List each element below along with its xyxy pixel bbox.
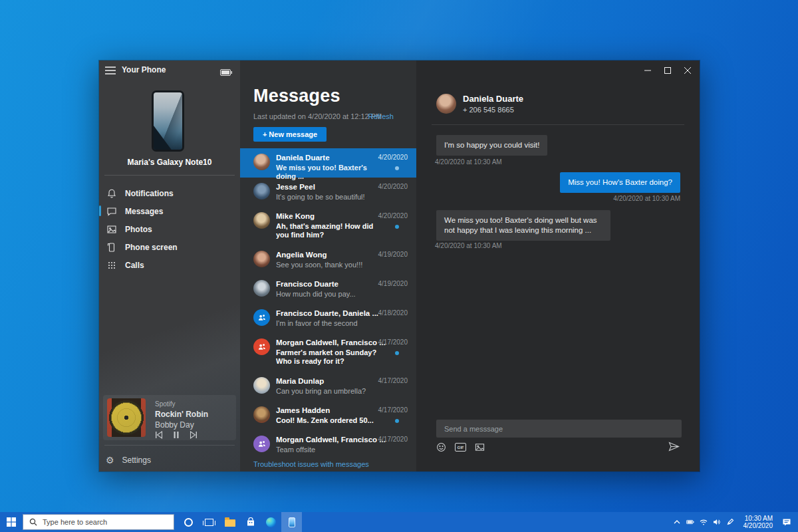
dialpad-icon bbox=[106, 260, 117, 271]
device-name: Maria's Galaxy Note10 bbox=[99, 158, 240, 167]
thread-contact-phone: + 206 545 8665 bbox=[463, 106, 514, 114]
player-track-title: Rockin' Robin bbox=[155, 410, 208, 419]
your-phone-taskbar-button[interactable] bbox=[281, 512, 302, 532]
hamburger-menu-icon[interactable] bbox=[105, 66, 116, 75]
edge-icon bbox=[266, 517, 276, 527]
folder-icon bbox=[225, 519, 235, 527]
conversation-item-mike-kong[interactable]: Mike Kong Ah, that's amazing! How did yo… bbox=[240, 207, 416, 245]
thread-contact-avatar bbox=[436, 94, 456, 114]
tray-chevron-icon[interactable] bbox=[670, 512, 684, 532]
conversation-date: 4/17/2020 bbox=[378, 338, 408, 346]
microsoft-store-button[interactable] bbox=[240, 512, 261, 532]
message-input[interactable] bbox=[436, 420, 682, 438]
conversation-date: 4/17/2020 bbox=[378, 406, 408, 414]
new-message-button[interactable]: + New message bbox=[253, 127, 327, 142]
tray-pen-icon[interactable] bbox=[724, 512, 737, 532]
unread-dot bbox=[395, 225, 399, 229]
close-button[interactable] bbox=[678, 63, 698, 78]
sidebar-item-photos[interactable]: Photos bbox=[99, 220, 240, 238]
last-updated-text: Last updated on 4/20/2020 at 12:12 PM bbox=[253, 112, 382, 120]
your-phone-window: Your Phone Maria's Galaxy Note10 Notific… bbox=[98, 60, 700, 472]
sidebar-item-messages[interactable]: Messages bbox=[99, 202, 240, 220]
edge-browser-button[interactable] bbox=[261, 512, 281, 532]
contact-avatar bbox=[253, 212, 270, 229]
gif-icon[interactable]: GIF bbox=[455, 443, 466, 452]
phone-wallpaper bbox=[154, 92, 182, 150]
clock-date: 4/20/2020 bbox=[737, 522, 773, 529]
search-icon bbox=[29, 518, 37, 526]
sidebar-item-label: Photos bbox=[125, 225, 152, 234]
conversation-preview: Can you bring an umbrella? bbox=[276, 387, 381, 396]
conversation-item-jesse-peel[interactable]: Jesse Peel It's going to be so beautiful… bbox=[240, 178, 416, 207]
phone-preview bbox=[152, 90, 184, 152]
unread-dot bbox=[395, 351, 399, 355]
sidebar-item-notifications[interactable]: Notifications bbox=[99, 184, 240, 202]
sidebar-item-settings[interactable]: ⚙ Settings bbox=[99, 452, 240, 469]
conversation-date: 4/20/2020 bbox=[378, 183, 408, 190]
message-timestamp: 4/20/2020 at 10:30 AM bbox=[613, 195, 680, 202]
conversation-item-james-hadden[interactable]: James Hadden Cool! Ms. Zenk ordered 50..… bbox=[240, 401, 416, 430]
conversation-date: 4/17/2020 bbox=[378, 436, 408, 443]
sidebar-item-label: Messages bbox=[125, 207, 163, 216]
contact-avatar bbox=[253, 154, 270, 170]
pause-button[interactable] bbox=[172, 430, 180, 442]
cortana-button[interactable] bbox=[178, 512, 199, 532]
search-placeholder: Type here to search bbox=[43, 518, 107, 526]
start-button[interactable] bbox=[0, 512, 23, 532]
sidebar-item-phone-screen[interactable]: Phone screen bbox=[99, 238, 240, 256]
tray-battery-icon[interactable] bbox=[684, 512, 697, 532]
send-icon[interactable] bbox=[668, 441, 680, 455]
divider bbox=[104, 445, 235, 446]
tray-wifi-icon[interactable] bbox=[697, 512, 710, 532]
conversation-item-group-team-offsite[interactable]: Morgan Caldwell, Francisco ... Team offs… bbox=[240, 430, 416, 460]
message-bubble-incoming: We miss you too! Baxter's doing well but… bbox=[436, 210, 610, 241]
task-view-button[interactable] bbox=[199, 512, 219, 532]
sidebar-item-label: Phone screen bbox=[125, 243, 178, 252]
conversation-item-angelia-wong[interactable]: Angelia Wong See you soon, thank you!!! … bbox=[240, 245, 416, 275]
conversation-preview: See you soon, thank you!!! bbox=[276, 261, 381, 269]
message-bubble-outgoing: Miss you! How's Baxter doing? bbox=[560, 172, 680, 193]
file-explorer-button[interactable] bbox=[219, 512, 240, 532]
conversation-preview: Team offsite bbox=[276, 446, 381, 454]
bell-icon bbox=[106, 188, 117, 199]
conversation-date: 4/19/2020 bbox=[378, 251, 408, 258]
conversation-item-francisco-duarte[interactable]: Francisco Duarte How much did you pay...… bbox=[240, 275, 416, 304]
attach-image-icon[interactable] bbox=[475, 442, 485, 455]
sidebar-item-calls[interactable]: Calls bbox=[99, 256, 240, 274]
cortana-icon bbox=[184, 518, 193, 527]
conversation-list: Daniela Duarte We miss you too! Baxter's… bbox=[240, 148, 416, 460]
image-icon bbox=[106, 224, 117, 235]
minimize-button[interactable] bbox=[638, 63, 658, 78]
media-controls bbox=[155, 430, 198, 442]
unread-dot bbox=[395, 166, 399, 170]
refresh-link[interactable]: Refresh bbox=[368, 112, 394, 120]
sidebar-item-label: Notifications bbox=[125, 189, 174, 198]
divider bbox=[432, 124, 684, 125]
media-player-card: Spotify Rockin' Robin Bobby Day bbox=[103, 395, 236, 440]
conversation-item-group-morgan-francisco[interactable]: Morgan Caldwell, Francisco ... Farmer's … bbox=[240, 333, 416, 372]
group-avatar bbox=[253, 436, 270, 452]
conversation-item-daniela-duarte[interactable]: Daniela Duarte We miss you too! Baxter's… bbox=[240, 148, 416, 178]
settings-label: Settings bbox=[122, 456, 151, 465]
conversation-preview: How much did you pay... bbox=[276, 290, 381, 299]
chat-bubble-icon bbox=[106, 206, 117, 217]
emoji-icon[interactable] bbox=[436, 442, 446, 455]
taskbar-search-box[interactable]: Type here to search bbox=[23, 514, 174, 530]
maximize-button[interactable] bbox=[658, 63, 678, 78]
skip-previous-button[interactable] bbox=[155, 430, 163, 442]
sidebar-header: Your Phone bbox=[99, 61, 240, 80]
action-center-button[interactable] bbox=[775, 512, 798, 532]
player-app-name: Spotify bbox=[155, 400, 176, 408]
conversation-item-group-francisco-daniela[interactable]: Francisco Duarte, Daniela ... I'm in fav… bbox=[240, 304, 416, 333]
conversation-date: 4/20/2020 bbox=[378, 154, 408, 161]
panel-title: Messages bbox=[253, 86, 340, 106]
system-tray: 10:30 AM 4/20/2020 bbox=[670, 512, 798, 532]
conversation-date: 4/17/2020 bbox=[378, 377, 408, 384]
taskbar-clock[interactable]: 10:30 AM 4/20/2020 bbox=[737, 515, 775, 529]
unread-dot bbox=[395, 419, 399, 423]
conversation-item-maria-dunlap[interactable]: Maria Dunlap Can you bring an umbrella? … bbox=[240, 372, 416, 401]
tray-volume-icon[interactable] bbox=[710, 512, 724, 532]
skip-next-button[interactable] bbox=[190, 430, 198, 442]
troubleshoot-link[interactable]: Troubleshoot issues with messages bbox=[253, 460, 369, 468]
message-timestamp: 4/20/2020 at 10:30 AM bbox=[435, 158, 502, 166]
